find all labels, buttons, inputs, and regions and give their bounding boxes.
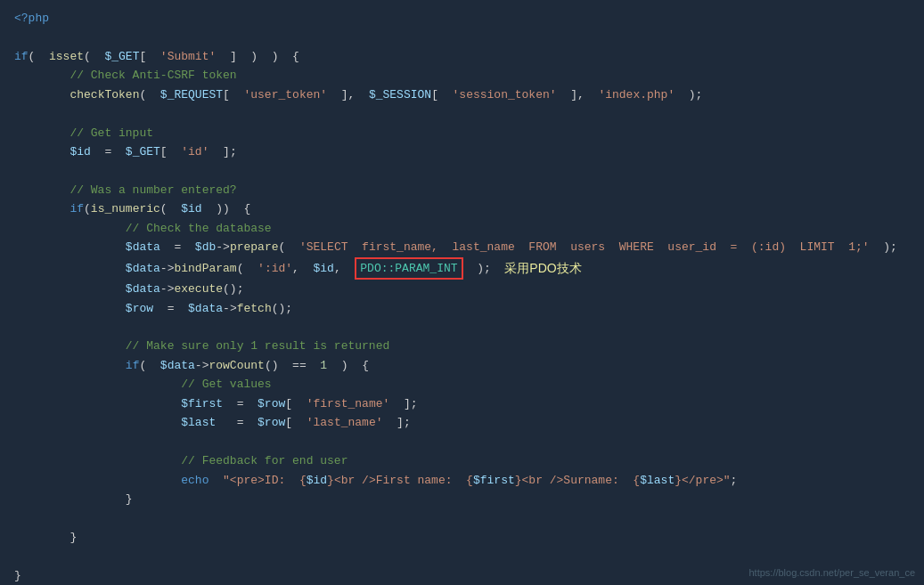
watermark: https://blog.csdn.net/per_se_veran_ce [748,567,915,578]
line-4: // Check Anti-CSRF token [14,66,910,85]
line-3: if( isset( $_GET[ 'Submit' ] ) ) { [14,47,910,66]
line-10: // Was a number entered? [14,181,910,199]
line-23 [14,433,910,451]
line-14: $data->bindParam( ':id', $id, PDO::PARAM… [14,257,910,280]
line-11: if(is_numeric( $id )) { [14,199,910,218]
line-20: // Get values [14,375,910,394]
line-13: $data = $db->prepare( 'SELECT first_name… [14,238,910,256]
line-29 [14,547,910,565]
line-16: $row = $data->fetch(); [14,299,910,318]
line-28: } [14,528,910,547]
line-15: $data->execute(); [14,280,910,298]
php-open-tag: <?php [14,12,49,25]
code-container: <?php if( isset( $_GET[ 'Submit' ] ) ) {… [0,0,924,585]
highlight-pdo-param: PDO::PARAM_INT [355,257,462,280]
line-17 [14,318,910,337]
line-19: if( $data->rowCount() == 1 ) { [14,356,910,375]
line-27 [14,508,910,527]
line-9 [14,162,910,181]
line-12: // Check the database [14,219,910,238]
line-18: // Make sure only 1 result is returned [14,337,910,355]
line-22: $last = $row[ 'last_name' ]; [14,413,910,432]
line-2 [14,28,910,46]
line-25: echo "<pre>ID: {$id}<br />First name: {$… [14,471,910,490]
line-1: <?php [14,9,910,28]
line-8: $id = $_GET[ 'id' ]; [14,142,910,161]
line-6 [14,104,910,123]
line-21: $first = $row[ 'first_name' ]; [14,394,910,413]
line-26: } [14,490,910,508]
line-7: // Get input [14,124,910,142]
line-5: checkToken( $_REQUEST[ 'user_token' ], $… [14,85,910,104]
line-24: // Feedback for end user [14,451,910,470]
annotation-pdo: 采用PDO技术 [504,258,581,279]
